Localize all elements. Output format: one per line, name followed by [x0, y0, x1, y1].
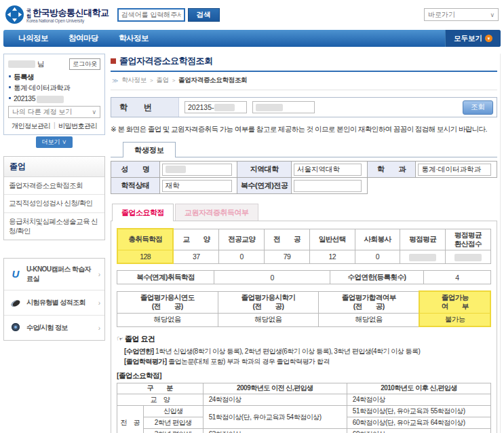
logo-korean-name: 한국방송통신대학교	[33, 7, 109, 18]
header-major-ge: 전공교양	[219, 229, 265, 250]
redacted-student-id	[214, 104, 235, 111]
value-major: 79	[265, 250, 310, 263]
breadcrumb-separator: >	[172, 77, 175, 83]
dept-label: 학 과	[367, 162, 416, 178]
arrow-right-icon: ›	[98, 271, 100, 278]
graduation-menu: 졸업 졸업자격증소요학점조회 교직적성인성검사 신청/확인 응급처치및심폐소생술…	[3, 156, 105, 241]
table-header-row: 졸업평가응시연도(전 공) 졸업평가응시학기(전 공) 졸업평가합격여부(전 공…	[117, 291, 491, 313]
search-button[interactable]: 검색	[188, 8, 220, 22]
requirements-title: ☞ 졸업 요건	[117, 334, 491, 344]
redacted-name	[166, 166, 186, 173]
student-id-form: 학 번 202135- 조회	[111, 97, 497, 117]
title-bullet-icon	[111, 58, 116, 64]
breadcrumb-separator: >	[150, 77, 153, 83]
value-gpa	[400, 250, 446, 263]
status-value: 재학	[162, 180, 232, 192]
value-community-service: 0	[355, 250, 400, 263]
value-general-education: 37	[173, 250, 218, 263]
menu-title: 졸업	[4, 157, 104, 177]
table-row: 학적상태 재학 복수(연계)전공	[111, 178, 497, 194]
redacted-gpa	[409, 254, 436, 261]
chevron-down-icon: ∨	[62, 138, 67, 145]
tab-graduation-credits[interactable]: 졸업소요학점	[112, 204, 174, 221]
double-major-label: 복수(연계)전공	[237, 178, 292, 194]
arrow-right-icon: ›	[98, 324, 100, 332]
search-input[interactable]	[117, 8, 185, 22]
sidebar-item-aptitude-test[interactable]: 교직적성인성검사 신청/확인	[4, 195, 104, 213]
table-row: 교 양 24학점이상 24학점이상	[117, 394, 491, 406]
site-header: 국립한국방송통신대학교 Korea National Open Universi…	[0, 0, 504, 30]
divider: |	[54, 121, 55, 131]
view-all-button[interactable]: 모두보기 ▼	[445, 30, 501, 47]
user-box: 님 로그아웃 등록생 통계·데이터과학과 202135 나의 다른 계정 보기 …	[3, 54, 105, 135]
redacted-student-id	[37, 96, 64, 103]
table-row: 해당없음 해당없음 해당없음 불가능	[117, 313, 491, 326]
logo[interactable]: 국립한국방송통신대학교 Korea National Open Universi…	[5, 5, 109, 24]
header-eval-pass: 졸업평가합격여부(전 공)	[319, 291, 420, 313]
tab-teacher-certificate[interactable]: 교원자격증취득여부	[175, 204, 258, 221]
header-gpa: 평점평균	[400, 229, 446, 250]
header-graduation-eligibility: 졸업가능여 부	[419, 291, 490, 313]
password-settings-link[interactable]: 비밀번호관리	[58, 121, 97, 131]
chevron-down-icon: ∨	[490, 12, 495, 18]
region-label: 지역대학	[237, 162, 292, 178]
breadcrumb-academics[interactable]: 학사정보	[121, 76, 147, 85]
redacted-gpa-converted	[454, 254, 482, 261]
tab-student-info[interactable]: 학생정보	[123, 142, 176, 157]
arrow-right-icon: ›	[98, 299, 100, 307]
more-button[interactable]: 더보기 ∨	[36, 136, 72, 148]
sidebar-item-first-aid-training[interactable]: 응급처치및심폐소생술교육 신청/확인	[4, 213, 104, 240]
sidebar-item-credit-inquiry[interactable]: 졸업자격증소요학점조회	[4, 177, 104, 195]
user-student-id: 202135	[8, 94, 100, 103]
student-id-input[interactable]: 202135-	[185, 101, 247, 113]
name-label: 성 명	[111, 162, 160, 178]
quick-go-select[interactable]: 바로가기 ∨	[424, 8, 499, 21]
logout-button[interactable]: 로그아웃	[69, 58, 100, 70]
header-after-2010: 2010학년도 이후 신,편입생	[347, 383, 490, 394]
value-gpa-converted	[446, 250, 491, 263]
nav-item-academics[interactable]: 학사정보	[119, 33, 149, 43]
requirement-enrollment: [수업연한] 1학년 신입생(8학기 이상 등록), 2학년 편입생(6학기 이…	[117, 346, 491, 356]
double-major-credits-value: 0	[214, 271, 330, 284]
notice-text: ※ 본 화면은 졸업 및 교원자격증취득 가능 여부를 참고로 제공하는 것 이…	[111, 125, 497, 134]
quick-link-grade-inquiry[interactable]: 시험유형별 성적조회 ›	[4, 290, 104, 316]
dept-value: 통계·데이터과학과	[418, 164, 491, 176]
inquiry-button[interactable]: 조회	[463, 100, 493, 115]
breadcrumb-icon: ≫	[112, 77, 118, 84]
enrollment-terms-value: 4	[423, 271, 490, 284]
privacy-settings-link[interactable]: 개인정보관리	[12, 121, 50, 131]
student-info-tab-strip: 학생정보	[111, 141, 497, 157]
student-name-input[interactable]	[252, 101, 315, 113]
user-department: 통계·데이터과학과	[8, 83, 100, 93]
nav-item-my-info[interactable]: 나의정보	[18, 33, 48, 43]
table-row: 전 공 신입생 51학점이상(단, 유아교육과 54학점이상) 51학점이상(단…	[117, 406, 491, 417]
transfer3-2010: 69학점이상	[347, 429, 490, 433]
breadcrumb-graduation[interactable]: 졸업	[156, 76, 168, 85]
value-eval-year: 해당없음	[117, 313, 218, 326]
transfer3-label: 3학년 편입생	[143, 429, 203, 433]
page-title: 졸업자격증소요학점조회	[119, 55, 213, 67]
mouse-icon	[8, 297, 23, 309]
graduation-requirements: ☞ 졸업 요건 [수업연한] 1학년 신입생(8학기 이상 등록), 2학년 편…	[117, 334, 491, 433]
quick-link-uknou-campus[interactable]: U U-KNOU캠퍼스 학습자료실 ›	[4, 259, 104, 290]
quick-go-area: 바로가기 ∨	[424, 8, 499, 21]
nav-item-community[interactable]: 참여마당	[69, 33, 98, 43]
table-row: 3학년 편입생 63학점이상 69학점이상	[117, 429, 491, 433]
other-account-select[interactable]: 나의 다른 계정 보기 ∨	[8, 106, 100, 118]
table-header-row: 총취득학점 교 양 전공교양 전 공 일반선택 사회봉사 평점평균 평점평균환산…	[117, 229, 491, 250]
uknou-icon: U	[8, 268, 23, 280]
credits-table: 총취득학점 교 양 전공교양 전 공 일반선택 사회봉사 평점평균 평점평균환산…	[117, 228, 491, 264]
user-name-suffix: 님	[37, 60, 45, 69]
user-status: 등록생	[8, 73, 100, 82]
table-header-row: 구 분 2009학년도 이전 신,편입생 2010학년도 이후 신,편입생	[117, 383, 491, 394]
header-elective: 일반선택	[309, 229, 355, 250]
transfer2-2010: 60학점이상(단, 유아교육과 64학점이상)	[347, 417, 490, 429]
required-credits-table-title: [졸업소요학점]	[117, 371, 491, 381]
value-major-ge: 0	[219, 250, 265, 263]
graduation-eval-table: 졸업평가응시연도(전 공) 졸업평가응시학기(전 공) 졸업평가합격여부(전 공…	[117, 290, 491, 327]
chevron-down-icon: ∨	[92, 109, 96, 115]
ge-2009: 24학점이상	[203, 394, 347, 406]
quick-link-class-exam-info[interactable]: 수업/시험 정보 ›	[4, 316, 104, 340]
header-before-2009: 2009학년도 이전 신,편입생	[203, 383, 347, 394]
transfer3-2009: 63학점이상	[203, 429, 347, 433]
